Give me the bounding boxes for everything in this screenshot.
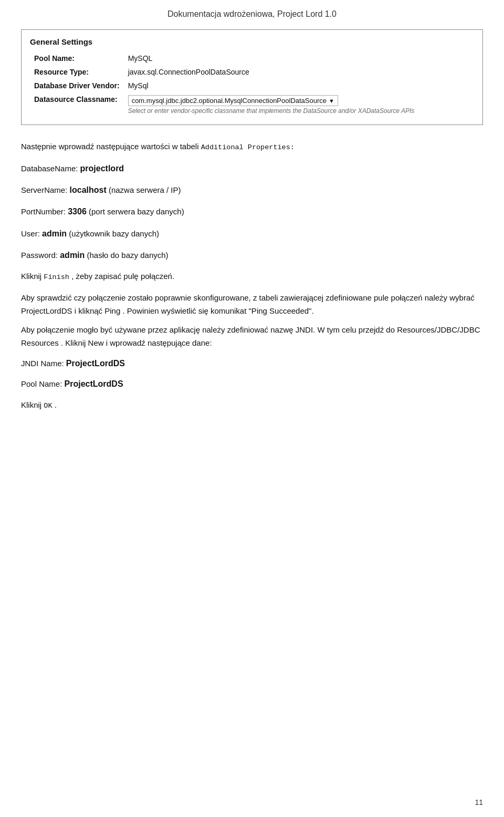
verify-mid: i kliknąć [75, 306, 102, 315]
database-name-paragraph: DatabaseName: projectlord [21, 161, 483, 175]
verify-end: . Powinien wyświetlić się komunikat [122, 306, 246, 315]
label-pool-name: Pool Name: [30, 51, 124, 65]
value-driver-vendor: MySql [124, 79, 474, 92]
port-number-paragraph: PortNumber: 3306 (port serwera bazy dany… [21, 204, 483, 219]
header-title: Dokumentacja wdrożeniowa, Project Lord 1… [167, 9, 337, 18]
section-title: General Settings [30, 37, 474, 46]
database-value: projectlord [80, 164, 124, 173]
verify-text: Aby sprawdzić czy połączenie zostało pop… [21, 293, 475, 302]
finish-post: , żeby zapisać pulę połączeń. [71, 272, 174, 281]
password-paragraph: Password: admin (hasło do bazy danych) [21, 248, 483, 262]
label-resource-type: Resource Type: [30, 65, 124, 79]
label-driver-vendor: Database Driver Vendor: [30, 79, 124, 92]
database-label: DatabaseName: [21, 164, 78, 173]
classname-hint: Select or enter vendor-specific classnam… [128, 107, 470, 115]
table-row: Datasource Classname: com.mysql.jdbc.jdb… [30, 92, 474, 117]
port-label: PortNumber: [21, 207, 66, 216]
dropdown-arrow-icon[interactable]: ▼ [329, 98, 334, 104]
server-value: localhost [70, 185, 107, 194]
page-number: 11 [475, 798, 483, 806]
page-title: Dokumentacja wdrożeniowa, Project Lord 1… [0, 0, 504, 24]
verify-paragraph: Aby sprawdzić czy połączenie zostało pop… [21, 291, 483, 318]
verify-quoted: "Ping Succeeded". [249, 306, 314, 315]
intro-text: Następnie wprowadź następujące wartości … [21, 142, 199, 151]
finish-pre: Kliknij [21, 272, 41, 281]
ok-post: . [55, 400, 57, 409]
jndi-paragraph: Aby połączenie mogło być używane przez a… [21, 323, 483, 350]
port-value: 3306 [68, 207, 87, 216]
verify-ping: Ping [104, 306, 120, 315]
value-pool-name: MySQL [124, 51, 474, 65]
pool-name-field: Pool Name: ProjectLordDS [21, 377, 483, 391]
verify-mono: ProjectLordDS [21, 306, 72, 315]
jndi-text: Aby połączenie mogło być używane przez a… [21, 325, 395, 334]
intro-mono: Additional Properties: [201, 143, 295, 151]
table-row: Database Driver Vendor: MySql [30, 79, 474, 92]
ok-pre: Kliknij [21, 400, 41, 409]
jndi-name-value: ProjectLordDS [66, 359, 125, 368]
ok-paragraph: Kliknij OK . [21, 398, 483, 412]
finish-mono: Finish [44, 273, 69, 281]
user-value: admin [42, 229, 67, 238]
value-resource-type: javax.sql.ConnectionPoolDataSource [124, 65, 474, 79]
user-paragraph: User: admin (użytkownik bazy danych) [21, 226, 483, 241]
intro-paragraph: Następnie wprowadź następujące wartości … [21, 140, 483, 154]
finish-paragraph: Kliknij Finish , żeby zapisać pulę połąc… [21, 270, 483, 284]
jndi-name-field: JNDI Name: ProjectLordDS [21, 356, 483, 370]
jndi-mid: . Kliknij [61, 338, 86, 347]
password-label: Password: [21, 251, 58, 260]
table-row: Resource Type: javax.sql.ConnectionPoolD… [30, 65, 474, 79]
pool-name-label: Pool Name: [21, 379, 62, 388]
value-datasource-classname: com.mysql.jdbc.jdbc2.optional.MysqlConne… [124, 92, 474, 117]
ok-mono: OK [44, 402, 52, 410]
password-value: admin [60, 251, 85, 260]
user-suffix: (użytkownik bazy danych) [69, 229, 159, 238]
jndi-end: i wprowadź następujące dane: [106, 338, 212, 347]
classname-value: com.mysql.jdbc.jdbc2.optional.MysqlConne… [132, 97, 327, 105]
jndi-new: New [88, 338, 104, 347]
server-suffix: (nazwa serwera / IP) [109, 185, 181, 194]
password-suffix: (hasło do bazy danych) [87, 251, 169, 260]
server-name-paragraph: ServerName: localhost (nazwa serwera / I… [21, 183, 483, 197]
server-label: ServerName: [21, 185, 67, 194]
table-row: Pool Name: MySQL [30, 51, 474, 65]
user-label: User: [21, 229, 40, 238]
label-datasource-classname: Datasource Classname: [30, 92, 124, 117]
classname-input[interactable]: com.mysql.jdbc.jdbc2.optional.MysqlConne… [128, 95, 338, 106]
jndi-name-label: JNDI Name: [21, 359, 64, 368]
screenshot-box: General Settings Pool Name: MySQL Resour… [21, 29, 483, 125]
port-suffix: (port serwera bazy danych) [89, 207, 184, 216]
pool-name-value: ProjectLordDS [65, 379, 123, 388]
settings-table: Pool Name: MySQL Resource Type: javax.sq… [30, 51, 474, 117]
